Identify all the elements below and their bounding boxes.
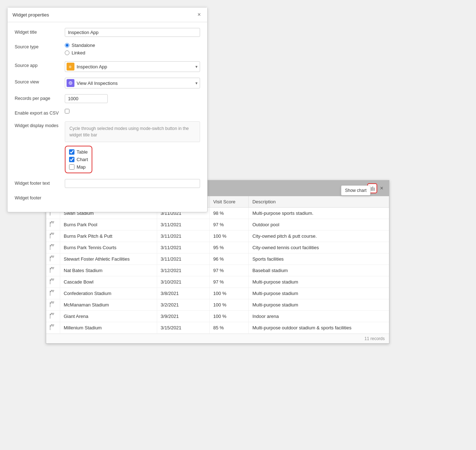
table-row[interactable]: Nat Bates Stadium 3/12/2021 97 % Basebal…: [46, 265, 389, 276]
records-per-page-label: Records per page: [15, 94, 65, 101]
row-score: 98 %: [209, 208, 248, 219]
source-type-control: Standalone Linked: [65, 43, 200, 55]
table-row[interactable]: Stewart Foster Athletic Facilities 3/11/…: [46, 253, 389, 265]
svg-rect-74: [51, 314, 53, 315]
row-score: 97 %: [209, 276, 248, 288]
source-view-label: Source view: [15, 78, 65, 84]
mode-chart-checkbox[interactable]: [69, 157, 74, 162]
svg-rect-70: [53, 303, 54, 304]
row-date: 3/11/2021: [157, 253, 209, 265]
records-per-page-input[interactable]: [65, 94, 108, 103]
mode-table-checkbox[interactable]: [69, 149, 74, 155]
svg-rect-73: [50, 313, 51, 314]
svg-rect-77: [53, 314, 54, 315]
widget-footer-text-control: [65, 179, 200, 188]
svg-rect-22: [50, 223, 50, 227]
table-row[interactable]: Burns Park Tennis Courts 3/11/2021 95 % …: [46, 242, 389, 253]
panel-close-button[interactable]: ×: [196, 11, 202, 18]
row-date: 3/12/2021: [157, 265, 209, 276]
table-row[interactable]: Giant Arena 3/9/2021 100 % Indoor arena: [46, 311, 389, 322]
svg-point-4: [70, 83, 71, 84]
row-score: 95 %: [209, 242, 248, 253]
row-date: 3/11/2021: [157, 219, 209, 231]
row-icon-cell: [46, 253, 60, 265]
row-score: 97 %: [209, 219, 248, 231]
row-name: Millenium Stadium: [60, 322, 157, 334]
svg-rect-45: [50, 267, 51, 268]
svg-rect-83: [53, 324, 53, 325]
mode-chart-item[interactable]: Chart: [69, 157, 88, 162]
standalone-radio[interactable]: [65, 43, 69, 48]
widget-footer-text-label: Widget footer text: [15, 179, 65, 186]
row-icon-cell: [46, 265, 60, 276]
source-app-dropdown[interactable]: ⚙ Inspection App ▼: [65, 61, 200, 72]
inspection-table: Name Inspection Date Visit Score Descrip…: [46, 196, 389, 334]
source-type-linked[interactable]: Linked: [65, 50, 200, 55]
svg-rect-35: [53, 245, 54, 246]
source-view-value: View All Inspections: [77, 81, 193, 86]
widget-footer-row2: Widget footer: [15, 194, 200, 200]
svg-rect-52: [50, 279, 51, 280]
row-icon-cell: [46, 299, 60, 311]
row-flag-icon: [50, 301, 56, 307]
display-modes-control: Cycle through selected modes using mode-…: [65, 121, 200, 173]
svg-rect-36: [50, 246, 50, 250]
svg-rect-81: [51, 325, 53, 326]
row-date: 3/10/2021: [157, 276, 209, 288]
row-description: Baseball stadium: [249, 265, 389, 276]
row-score: 100 %: [209, 231, 248, 242]
table-row[interactable]: Cascade Bowl 3/10/2021 97 % Multi-purpos…: [46, 276, 389, 288]
svg-rect-55: [53, 279, 53, 280]
widget-title-input[interactable]: [65, 28, 200, 37]
svg-rect-41: [53, 256, 53, 257]
svg-rect-38: [50, 256, 51, 257]
row-flag-icon: [50, 324, 56, 330]
source-app-row: Source app ⚙ Inspection App ▼: [15, 61, 200, 72]
display-modes-checkboxes: Table Chart Map: [65, 146, 92, 173]
col-description: Description: [249, 196, 389, 208]
display-modes-hint: Cycle through selected modes using mode-…: [65, 121, 200, 142]
source-view-arrow-icon: ▼: [195, 81, 198, 85]
svg-rect-50: [50, 269, 50, 273]
mode-map-item[interactable]: Map: [69, 164, 88, 170]
row-description: Multi-purpose stadium: [249, 299, 389, 311]
row-description: Indoor arena: [249, 311, 389, 322]
mode-map-checkbox[interactable]: [69, 164, 74, 170]
source-type-standalone[interactable]: Standalone: [65, 43, 200, 48]
svg-rect-59: [50, 290, 51, 291]
standalone-label: Standalone: [72, 43, 95, 48]
svg-rect-78: [50, 315, 50, 319]
svg-rect-64: [50, 292, 50, 296]
mode-table-item[interactable]: Table: [69, 149, 88, 155]
row-description: Outdoor pool: [249, 219, 389, 231]
table-row[interactable]: Millenium Stadium 3/15/2021 85 % Multi-p…: [46, 322, 389, 334]
svg-rect-56: [53, 280, 54, 281]
row-icon-cell: [46, 276, 60, 288]
svg-rect-63: [53, 291, 54, 292]
svg-rect-69: [53, 301, 53, 303]
enable-export-checkbox[interactable]: [65, 109, 69, 113]
svg-rect-48: [53, 267, 53, 268]
svg-rect-27: [53, 233, 53, 234]
row-date: 3/9/2021: [157, 311, 209, 322]
enable-export-control: [65, 109, 200, 115]
row-score: 96 %: [209, 253, 248, 265]
widget-footer-text-input[interactable]: [65, 179, 200, 188]
source-view-dropdown[interactable]: View All Inspections ▼: [65, 78, 200, 88]
row-description: City-owned pitch & putt course.: [249, 231, 389, 242]
table-row[interactable]: Burns Park Pool 3/11/2021 97 % Outdoor p…: [46, 219, 389, 231]
table-row[interactable]: McManaman Stadium 3/2/2021 100 % Multi-p…: [46, 299, 389, 311]
table-row[interactable]: Confederation Stadium 3/8/2021 100 % Mul…: [46, 288, 389, 299]
row-name: Stewart Foster Athletic Facilities: [60, 253, 157, 265]
row-icon-cell: [46, 322, 60, 334]
table-row[interactable]: Burns Park Pitch & Putt 3/11/2021 100 % …: [46, 231, 389, 242]
widget-properties-panel: Widget properties × Widget title Source …: [7, 7, 208, 212]
linked-radio[interactable]: [65, 50, 69, 55]
source-type-radio-group: Standalone Linked: [65, 43, 200, 55]
svg-rect-24: [50, 233, 51, 234]
widget-close-button[interactable]: ×: [379, 184, 385, 192]
svg-rect-76: [53, 313, 53, 314]
row-score: 85 %: [209, 322, 248, 334]
row-description: Multi-purpose stadium: [249, 288, 389, 299]
display-modes-row: Widget display modes Cycle through selec…: [15, 121, 200, 173]
